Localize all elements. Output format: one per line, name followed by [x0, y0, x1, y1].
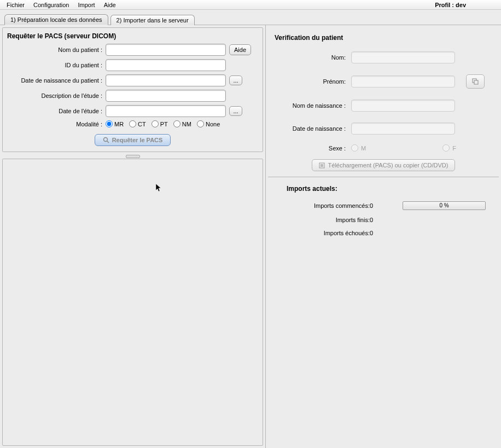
- modality-none[interactable]: None: [197, 120, 220, 127]
- svg-rect-3: [474, 80, 478, 84]
- query-pacs-button[interactable]: Requêter le PACS: [95, 134, 171, 146]
- menu-import[interactable]: Import: [73, 2, 99, 8]
- sex-f[interactable]: F: [442, 144, 456, 152]
- patient-id-input[interactable]: [106, 59, 226, 71]
- modality-group: MR CT PT NM None: [106, 120, 220, 127]
- study-date-picker-button[interactable]: ...: [229, 106, 242, 116]
- download-button[interactable]: Téléchargement (PACS) ou copier (CD/DVD): [312, 159, 456, 171]
- study-date-label: Date de l'étude :: [7, 108, 106, 114]
- modality-nm[interactable]: NM: [173, 120, 191, 127]
- query-pacs-label: Requêter le PACS: [112, 137, 163, 143]
- modality-mr[interactable]: MR: [106, 120, 124, 127]
- tab-importer[interactable]: 2) Importer dans le serveur: [110, 15, 195, 25]
- copy-icon: [471, 78, 479, 85]
- imports-failed-value: 0: [370, 230, 381, 236]
- modality-pt[interactable]: PT: [152, 120, 168, 127]
- pacs-panel-title: Requêter le PACS (serveur DICOM): [3, 28, 263, 42]
- birth-date-label: Date de naissance du patient :: [7, 77, 106, 84]
- imports-started-label: Imports commencés:: [277, 202, 370, 209]
- study-desc-label: Description de l'étude :: [7, 92, 106, 99]
- split-handle[interactable]: [2, 154, 263, 159]
- nom-label: Nom:: [275, 54, 351, 61]
- birth-date-picker-button[interactable]: ...: [229, 75, 242, 85]
- date-naissance-label: Date de naissance :: [275, 125, 351, 132]
- birth-date-input[interactable]: [106, 74, 226, 86]
- menubar: Fichier Configuration Import Aide Profil…: [0, 0, 501, 10]
- modality-label: Modalité :: [7, 121, 106, 127]
- sex-m[interactable]: M: [351, 144, 366, 152]
- study-date-input[interactable]: [106, 105, 226, 117]
- sexe-label: Sexe :: [275, 145, 351, 152]
- menu-aide[interactable]: Aide: [100, 2, 120, 8]
- pacs-query-panel: Requêter le PACS (serveur DICOM) Nom du …: [2, 27, 263, 152]
- imports-failed-label: Imports échoués:: [277, 230, 370, 236]
- download-label: Téléchargement (PACS) ou copier (CD/DVD): [328, 162, 448, 168]
- imports-started-value: 0: [370, 202, 381, 209]
- help-button[interactable]: Aide: [229, 44, 251, 55]
- prenom-field: [351, 75, 455, 88]
- verification-title: Verification du patient: [268, 27, 499, 46]
- verification-panel: Verification du patient Nom: Prénom: Nom…: [268, 27, 499, 177]
- tab-bar: 1) Préparation locale des données 2) Imp…: [0, 10, 501, 25]
- imports-finished-label: Imports finis:: [277, 217, 370, 223]
- imports-panel: Imports actuels: Imports commencés: 0 0 …: [268, 177, 499, 245]
- nom-naissance-label: Nom de naissance :: [275, 102, 351, 109]
- copy-button[interactable]: [466, 74, 485, 89]
- search-icon: [103, 137, 109, 143]
- patient-name-input[interactable]: [106, 44, 226, 56]
- imports-progress-bar: 0 %: [403, 201, 486, 210]
- study-desc-input[interactable]: [106, 90, 226, 102]
- profile-label: Profil : dev: [435, 2, 499, 8]
- results-panel: [2, 159, 263, 446]
- nom-field: [351, 51, 455, 63]
- prenom-label: Prénom:: [275, 78, 351, 85]
- svg-line-1: [107, 141, 109, 143]
- svg-point-0: [103, 138, 107, 142]
- download-icon: [319, 162, 325, 168]
- tab-preparation[interactable]: 1) Préparation locale des données: [4, 14, 108, 25]
- imports-title: Imports actuels:: [277, 183, 490, 198]
- nom-naissance-field: [351, 100, 455, 112]
- modality-ct[interactable]: CT: [129, 120, 146, 127]
- menu-fichier[interactable]: Fichier: [2, 2, 29, 8]
- date-naissance-field: [351, 123, 455, 135]
- menu-configuration[interactable]: Configuration: [29, 2, 73, 8]
- patient-name-label: Nom du patient :: [7, 46, 106, 53]
- imports-finished-value: 0: [370, 217, 381, 223]
- svg-rect-5: [321, 164, 323, 167]
- patient-id-label: ID du patient :: [7, 62, 106, 68]
